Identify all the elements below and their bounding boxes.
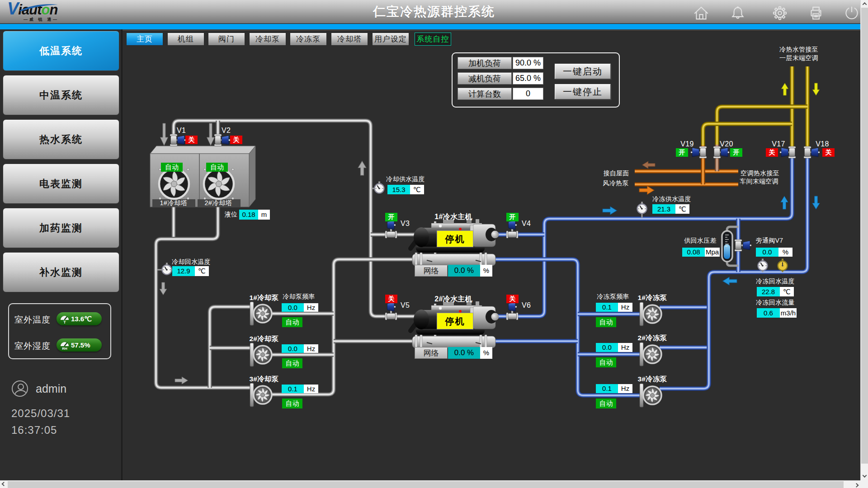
cooling-pump-2[interactable] [250, 343, 272, 366]
tower-2-mode[interactable]: 自动 [206, 163, 228, 172]
chilled-pump-3-name: 3#冷冻泵 [637, 375, 667, 384]
tab-home[interactable]: 主页 [126, 33, 163, 46]
outdoor-temp-badge: T13.6℃ [57, 312, 102, 325]
cooling-return-gauge [157, 263, 172, 275]
tab-system-auto-control[interactable]: 系统自控 [415, 33, 451, 46]
printer-button[interactable] [807, 4, 825, 22]
sidebar-time: 16:37:05 [11, 424, 57, 436]
chilled-pump-1[interactable] [640, 302, 661, 326]
chilled-pump-2-mode[interactable]: 自动 [596, 357, 616, 367]
chilled-pump-1-mode[interactable]: 自动 [596, 317, 616, 327]
chilled-pump-3-mode[interactable]: 自动 [596, 399, 616, 408]
cooling-supply-temp-unit: ℃ [410, 185, 424, 194]
load-reduce-value[interactable]: 65.0 % [513, 72, 543, 84]
calc-count-label: 计算台数 [458, 88, 512, 100]
sidebar-item-mid-temp-system[interactable]: 中温系统 [3, 75, 119, 115]
cooling-pump-3[interactable] [250, 383, 272, 407]
flow-arrow-right-chw-supply [603, 206, 617, 215]
home-icon [692, 4, 710, 22]
valve-v1[interactable] [170, 134, 186, 146]
vertical-scrollbar[interactable] [860, 0, 868, 480]
scroll-left-icon[interactable] [0, 481, 8, 488]
scroll-down-icon[interactable] [861, 472, 868, 480]
valve-v18-state[interactable]: 关 [822, 148, 835, 157]
cooling-pump-3-mode[interactable]: 自动 [282, 399, 302, 408]
home-button[interactable] [692, 4, 710, 22]
chilled-pump-3-freq-value: 0.1 [596, 384, 618, 393]
chiller-1-status: 停机 [437, 230, 473, 247]
chilled-pump-2-freq-value: 0.0 [596, 343, 618, 352]
chiller-2-status: 停机 [437, 313, 473, 329]
cooling-pump-1-mode[interactable]: 自动 [282, 317, 302, 327]
tower-1-name: 1#冷却塔 [160, 199, 187, 207]
cooling-pump-1[interactable] [250, 302, 272, 325]
sidebar-item-power-meter[interactable]: 电表监测 [3, 164, 119, 204]
valve-v2-state[interactable]: 关 [230, 136, 242, 144]
user-avatar-icon [12, 380, 28, 397]
valve-v5-state[interactable]: 关 [385, 295, 397, 303]
valve-v6-label: V6 [522, 301, 531, 310]
bell-icon [729, 4, 747, 22]
valve-v4-state[interactable]: 开 [506, 213, 519, 221]
printer-icon [807, 4, 825, 22]
valve-v4-label: V4 [522, 220, 531, 228]
vertical-scroll-thumb[interactable] [861, 8, 868, 464]
main-top-border [123, 30, 860, 30]
tower-1-mode[interactable]: 自动 [161, 163, 183, 172]
valve-v6[interactable] [506, 302, 518, 320]
horizontal-scrollbar[interactable] [0, 480, 860, 488]
tab-chilled-pumps[interactable]: 冷冻泵 [290, 33, 327, 46]
gear-icon [771, 4, 789, 22]
bell-button[interactable] [729, 4, 747, 22]
chilled-supply-temp-label: 冷冻供水温度 [652, 195, 691, 203]
tab-cooling-towers[interactable]: 冷却塔 [331, 33, 368, 46]
scroll-right-icon[interactable] [853, 481, 860, 488]
valve-v2[interactable] [214, 134, 230, 146]
chilled-pump-freq-label: 冷冻泵频率 [597, 293, 629, 301]
cooling-pump-1-freq-value: 0.0 [282, 303, 304, 312]
sidebar-item-hot-water-system[interactable]: 热水系统 [3, 119, 119, 160]
tab-units[interactable]: 机组 [167, 33, 204, 46]
valve-v19-state[interactable]: 开 [676, 148, 688, 157]
one-key-start-button[interactable]: 一键启动 [555, 64, 611, 79]
sidebar-item-low-temp-system[interactable]: 低温系统 [3, 31, 119, 71]
horizontal-scroll-thumb[interactable] [8, 481, 844, 488]
chiller-2-load-unit: % [480, 347, 492, 359]
cooling-pump-2-mode[interactable]: 自动 [282, 358, 302, 368]
valve-v1-label: V1 [177, 127, 186, 135]
gear-button[interactable] [771, 4, 789, 22]
tab-valves[interactable]: 阀门 [208, 33, 245, 46]
one-key-stop-button[interactable]: 一键停止 [555, 84, 611, 99]
sidebar-item-dosing-monitor[interactable]: 加药监测 [3, 208, 119, 248]
valve-v18-label: V18 [816, 140, 829, 148]
bypass-valve-value: 0.0 [756, 248, 778, 257]
chilled-pump-3[interactable] [640, 384, 661, 407]
tower-level-label: 液位 [225, 211, 238, 219]
note-workshop-line1: 空调热水接至 [741, 169, 779, 178]
sidebar-item-makeup-water[interactable]: 补水监测 [3, 252, 119, 292]
tab-user-settings[interactable]: 用户设定 [372, 33, 409, 46]
svg-text:T: T [63, 320, 66, 324]
scroll-up-icon[interactable] [861, 0, 868, 8]
cooling-pump-2-freq-unit: Hz [304, 344, 318, 353]
tab-cooling-pumps[interactable]: 冷却泵 [249, 33, 286, 46]
valve-v3-state[interactable]: 开 [385, 213, 397, 221]
calc-count-value[interactable]: 0 [513, 88, 543, 100]
tower-level-unit: m [258, 210, 270, 220]
valve-v20-state[interactable]: 开 [730, 148, 742, 157]
chilled-return-flow-value: 0.6 [757, 308, 780, 318]
valve-v5[interactable] [385, 302, 397, 320]
valve-v3-label: V3 [401, 220, 410, 228]
valve-v6-state[interactable]: 关 [506, 295, 519, 303]
chilled-pump-2[interactable] [640, 343, 661, 366]
valve-v4[interactable] [506, 221, 518, 238]
valve-v1-state[interactable]: 关 [185, 136, 198, 144]
power-button[interactable] [843, 4, 861, 22]
outdoor-humidity-value: 57.5% [71, 341, 90, 349]
valve-v3[interactable] [385, 221, 397, 238]
load-add-value[interactable]: 90.0 % [513, 57, 543, 69]
valve-v17-state[interactable]: 关 [766, 148, 778, 157]
pipe-evap1-out-manifold [487, 259, 645, 395]
valve-v7[interactable] [735, 239, 751, 251]
chiller-2-load: 0.0 % [448, 347, 480, 359]
